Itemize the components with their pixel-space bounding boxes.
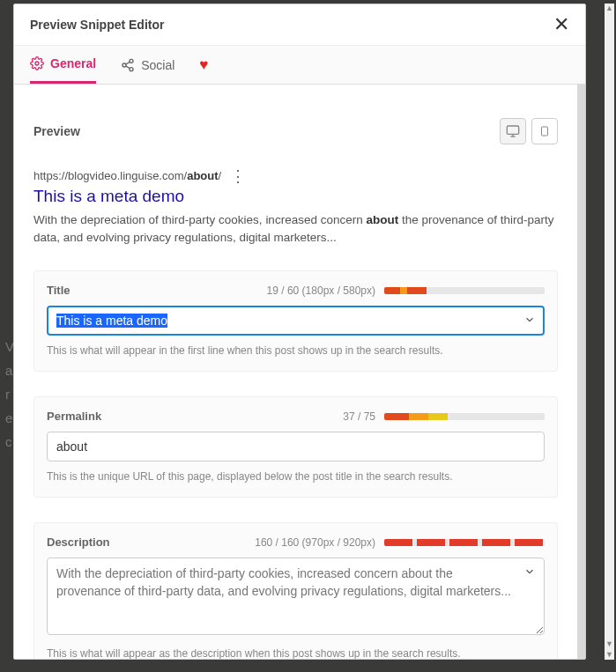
gear-icon [30,56,44,70]
title-help: This is what will appear in the first li… [47,344,545,357]
preview-header: Preview [33,118,558,144]
preview-heading: Preview [33,124,80,138]
permalink-label: Permalink [47,410,101,423]
desktop-preview-button[interactable] [500,118,526,144]
snippet-editor-modal: Preview Snippet Editor ✕ General Social … [13,4,586,660]
title-card: Title 19 / 60 (180px / 580px) This is a … [33,270,558,372]
title-input[interactable]: This is a meta demo [47,306,545,336]
scroll-down-arrow[interactable]: ▼ [605,639,614,649]
description-textarea[interactable] [47,558,545,635]
serp-url-text: https://blogvideo.linguise.com/about/ [33,169,221,182]
tabs: General Social ♥ [14,46,585,85]
tab-general-label: General [50,56,96,70]
description-counter: 160 / 160 (970px / 920px) [255,536,375,549]
description-help: This is what will appear as the descript… [47,647,545,659]
scroll-down-arrow-2[interactable]: ▼ [605,650,614,660]
title-counter: 19 / 60 (180px / 580px) [267,284,375,297]
permalink-help: This is the unique URL of this page, dis… [47,470,545,483]
svg-point-2 [122,63,126,67]
share-icon [121,58,135,72]
description-card: Description 160 / 160 (970px / 920px) Th… [33,522,558,659]
tab-general[interactable]: General [30,46,96,84]
permalink-counter: 37 / 75 [343,410,375,423]
svg-point-1 [130,59,133,63]
modal-header: Preview Snippet Editor ✕ [14,4,585,46]
svg-point-3 [130,67,133,70]
description-label: Description [47,535,110,549]
serp-preview: https://blogvideo.linguise.com/about/ ⋮ … [33,169,558,246]
modal-body: General Social ♥ Preview [14,46,585,659]
description-progress-bar [384,539,545,546]
permalink-input[interactable] [47,432,545,462]
scroll-up-arrow[interactable]: ▲ [605,4,614,13]
mobile-icon [539,124,550,138]
serp-title[interactable]: This is a meta demo [33,187,558,206]
permalink-progress-bar [384,413,545,420]
heart-icon[interactable]: ♥ [199,56,208,74]
serp-description: With the depreciation of third-party coo… [33,211,558,246]
svg-line-4 [126,62,130,64]
svg-rect-9 [542,127,548,136]
title-label: Title [47,284,71,297]
mobile-preview-button[interactable] [531,118,558,144]
tab-social[interactable]: Social [121,46,174,84]
tab-social-label: Social [141,58,174,72]
serp-url: https://blogvideo.linguise.com/about/ ⋮ [33,169,558,182]
svg-rect-6 [507,126,518,134]
modal-title: Preview Snippet Editor [30,18,164,32]
content-area: Preview https://blogvideo.linguise.com/a… [14,85,577,659]
outer-scrollbar[interactable]: ▲ ▼ ▼ [605,4,614,660]
svg-line-5 [126,66,130,69]
close-icon[interactable]: ✕ [553,15,569,34]
permalink-card: Permalink 37 / 75 This is the unique URL… [33,396,558,498]
title-progress-bar [384,287,545,294]
svg-point-0 [35,62,39,65]
device-toggle [500,118,558,144]
inner-scrollbar[interactable] [577,85,585,659]
desktop-icon [506,124,520,138]
